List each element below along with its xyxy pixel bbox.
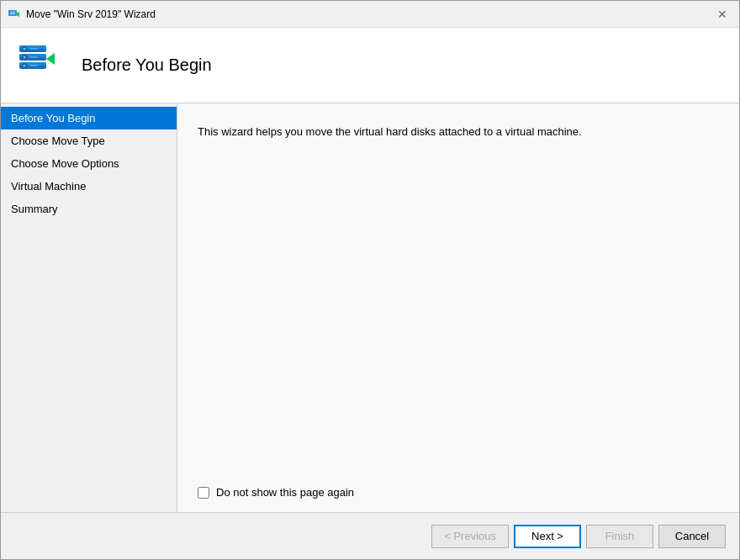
svg-rect-0 [8,10,17,16]
svg-point-12 [24,55,26,58]
wizard-header-title: Before You Begin [82,55,212,75]
do-not-show-label[interactable]: Do not show this page again [216,486,354,499]
do-not-show-checkbox[interactable] [198,487,209,499]
wizard-header: Before You Begin [1,28,739,103]
svg-point-7 [24,47,26,50]
sidebar-item-choose-move-options[interactable]: Choose Move Options [1,152,177,175]
sidebar-item-before-you-begin[interactable]: Before You Begin [1,107,177,129]
svg-rect-18 [29,65,38,66]
title-bar: Move "Win Srv 2019" Wizard ✕ [1,1,739,28]
next-button[interactable]: Next > [514,525,581,548]
close-button[interactable]: ✕ [712,4,732,24]
cancel-button[interactable]: Cancel [658,525,726,548]
svg-rect-13 [29,56,38,58]
sidebar-item-summary[interactable]: Summary [1,198,177,220]
wizard-header-icon [18,40,68,91]
finish-button[interactable]: Finish [586,525,653,548]
svg-point-17 [24,64,26,66]
previous-button[interactable]: < Previous [431,525,509,548]
main-panel: This wizard helps you move the virtual h… [177,103,739,512]
sidebar-item-virtual-machine[interactable]: Virtual Machine [1,175,177,198]
checkbox-row: Do not show this page again [198,473,719,499]
footer: < Previous Next > Finish Cancel [1,512,739,559]
window-title: Move "Win Srv 2019" Wizard [26,8,712,20]
sidebar: Before You Begin Choose Move Type Choose… [1,103,177,512]
wizard-window: Move "Win Srv 2019" Wizard ✕ [0,0,740,560]
sidebar-item-choose-move-type[interactable]: Choose Move Type [1,129,177,152]
title-bar-icon [8,8,21,21]
svg-rect-2 [10,13,15,14]
main-description: This wizard helps you move the virtual h… [198,124,719,140]
svg-marker-19 [46,53,55,65]
svg-rect-8 [29,48,38,50]
content-area: Before You Begin Choose Move Type Choose… [1,103,739,512]
svg-rect-1 [10,12,15,13]
